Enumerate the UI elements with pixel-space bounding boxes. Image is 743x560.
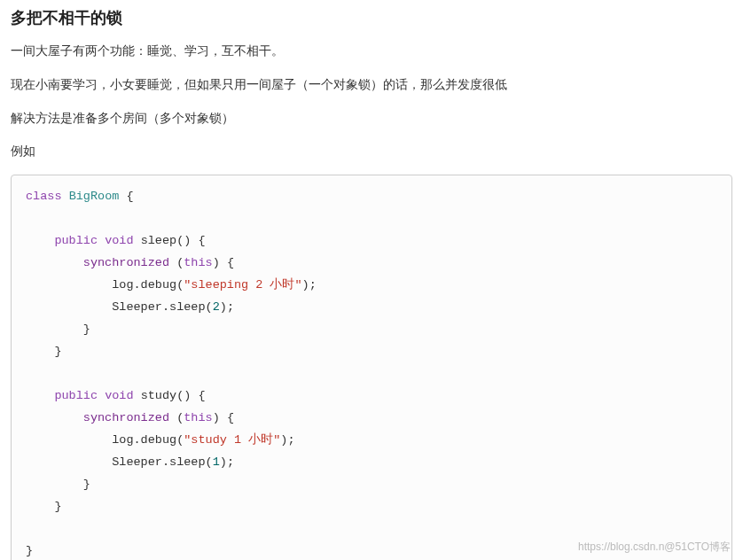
kw-void: void [105,389,133,402]
string-study: "study 1 小时" [184,433,280,447]
kw-this: this [184,411,212,424]
paragraph-1: 一间大屋子有两个功能：睡觉、学习，互不相干。 [11,41,732,62]
log-call: log.debug [112,278,176,292]
brace: { [198,234,205,247]
kw-synchronized: synchronized [83,411,169,424]
brace: } [54,500,61,513]
brace: { [198,389,205,402]
brace: } [83,323,90,336]
parens: () [176,389,191,402]
brace: } [83,478,90,491]
paren-open: ( [206,455,213,469]
sleeper-call: Sleeper.sleep [112,300,205,314]
paren-close: ) [302,278,309,292]
paren-close: ) [220,455,227,469]
section-title: 多把不相干的锁 [11,7,732,28]
semi: ; [287,433,294,447]
kw-void: void [105,234,133,247]
brace: { [126,190,133,203]
kw-class: class [26,190,62,203]
paren-close: ) [220,300,227,314]
brace: } [26,544,33,557]
num-2: 2 [213,300,220,314]
method-sleep: sleep [141,234,177,247]
brace: { [227,411,234,424]
method-study: study [141,389,177,402]
paren-close: ) [213,256,220,269]
log-call: log.debug [112,433,176,447]
paragraph-3: 解决方法是准备多个房间（多个对象锁） [11,108,732,129]
code-block: class BigRoom { public void sleep() { sy… [11,175,732,560]
paren-close: ) [213,411,220,424]
paragraph-4: 例如 [11,141,732,162]
parens: () [176,234,191,247]
class-name: BigRoom [69,190,120,203]
paragraph-2: 现在小南要学习，小女要睡觉，但如果只用一间屋子（一个对象锁）的话，那么并发度很低 [11,74,732,96]
semi: ; [227,300,234,314]
paren-open: ( [206,300,213,314]
num-1: 1 [213,455,220,469]
brace: } [54,345,61,358]
kw-public: public [54,234,98,247]
brace: { [227,256,234,269]
kw-public: public [54,389,98,402]
semi: ; [227,455,234,469]
string-sleep: "sleeping 2 小时" [184,278,301,292]
semi: ; [309,278,317,292]
kw-synchronized: synchronized [83,256,169,269]
kw-this: this [184,256,212,269]
sleeper-call: Sleeper.sleep [112,455,205,469]
